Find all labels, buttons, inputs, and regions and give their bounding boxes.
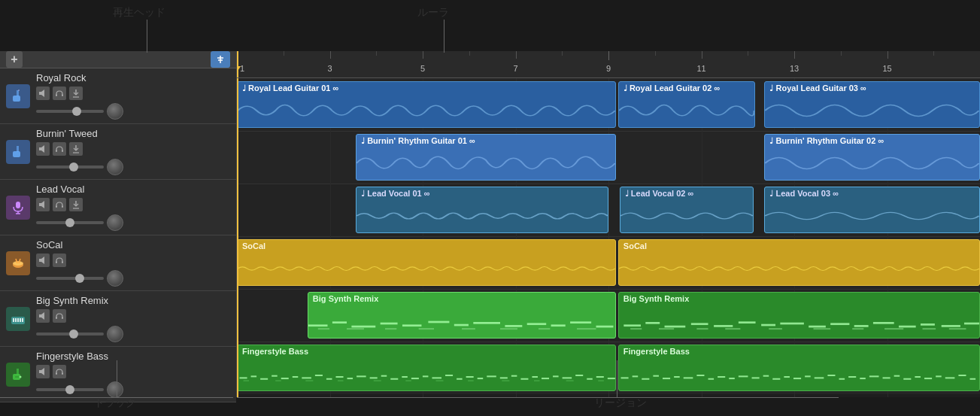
- volume-slider-royal-rock[interactable]: [36, 110, 104, 113]
- svg-rect-155: [684, 377, 693, 378]
- mute-button-socal[interactable]: [36, 254, 50, 267]
- track-item-royal-rock[interactable]: Royal Rock: [0, 68, 236, 124]
- region-fingerstyle-01[interactable]: Fingerstyle Bass: [237, 345, 616, 391]
- track-icon-drums: [6, 251, 30, 275]
- region-label: リージョン: [594, 396, 647, 410]
- track-item-lead-vocal[interactable]: Lead Vocal: [0, 180, 236, 235]
- svg-rect-23: [39, 203, 41, 206]
- track-bracket-h: [0, 397, 233, 398]
- playhead-timeline-line: [237, 78, 238, 397]
- pan-knob-royal-rock[interactable]: [107, 103, 123, 120]
- track-align-button[interactable]: [211, 51, 230, 68]
- svg-rect-17: [62, 150, 63, 152]
- svg-rect-13: [17, 146, 19, 152]
- volume-slider-socal[interactable]: [36, 277, 104, 280]
- region-lead-vocal-02[interactable]: ♩ Lead Vocal 02 ∞: [620, 187, 754, 233]
- region-burnin-rhythm-01[interactable]: ♩ Burnin' Rhythm Guitar 01 ∞: [356, 134, 616, 181]
- ruler[interactable]: 1 3 5 7 9 11 13 15: [237, 51, 980, 78]
- svg-rect-71: [418, 328, 433, 329]
- svg-rect-43: [39, 314, 41, 317]
- bottom-annotations: トラック リージョン: [0, 390, 980, 413]
- mute-button-lead-vocal[interactable]: [36, 198, 50, 211]
- mute-button-royal-rock[interactable]: [36, 87, 50, 100]
- download-button-burnin-tweed[interactable]: [69, 142, 83, 156]
- svg-rect-144: [468, 380, 474, 381]
- svg-rect-94: [696, 328, 708, 329]
- pan-knob-burnin-tweed[interactable]: [107, 159, 123, 175]
- svg-rect-8: [56, 94, 57, 96]
- pan-knob-big-synth[interactable]: [107, 326, 123, 342]
- svg-rect-106: [281, 378, 289, 379]
- speaker-icon3: [38, 200, 47, 209]
- volume-slider-area-lead-vocal: [36, 214, 230, 231]
- region-royal-lead-03[interactable]: ♩ Royal Lead Guitar 03 ∞: [764, 81, 980, 128]
- headphone-button-lead-vocal[interactable]: [53, 198, 66, 211]
- region-big-synth-01[interactable]: Big Synth Remix: [308, 292, 616, 339]
- track-controls-burnin-tweed: [36, 142, 230, 156]
- pan-knob-socal[interactable]: [107, 270, 123, 287]
- region-lead-vocal-03[interactable]: ♩ Lead Vocal 03 ∞: [764, 187, 980, 233]
- region-label-big-synth-01: Big Synth Remix: [313, 294, 378, 303]
- headphone-button-fingerstyle-bass[interactable]: [53, 365, 66, 378]
- svg-rect-68: [318, 328, 329, 329]
- svg-rect-159: [729, 378, 735, 379]
- pan-knob-lead-vocal[interactable]: [107, 214, 123, 231]
- track-item-burnin-tweed[interactable]: Burnin' Tweed: [0, 124, 236, 180]
- mute-button-burnin-tweed[interactable]: [36, 142, 50, 156]
- mute-button-big-synth[interactable]: [36, 309, 50, 323]
- align-icon: [215, 54, 226, 65]
- svg-rect-14: [39, 147, 41, 150]
- svg-rect-6: [39, 92, 41, 95]
- svg-rect-54: [62, 372, 63, 375]
- svg-rect-132: [563, 377, 572, 378]
- region-fingerstyle-02[interactable]: Fingerstyle Bass: [618, 345, 980, 391]
- region-royal-lead-02[interactable]: ♩ Royal Lead Guitar 02 ∞: [618, 81, 755, 128]
- region-burnin-rhythm-02[interactable]: ♩ Burnin' Rhythm Guitar 02 ∞: [764, 134, 980, 181]
- track-controls-socal: [36, 254, 230, 267]
- download-button-royal-rock[interactable]: [69, 87, 83, 100]
- volume-slider-lead-vocal[interactable]: [36, 221, 104, 224]
- headphone-button-royal-rock[interactable]: [53, 87, 66, 100]
- svg-rect-116: [390, 378, 398, 380]
- headphone-button-big-synth[interactable]: [53, 309, 66, 323]
- svg-rect-109: [315, 375, 323, 376]
- ruler-marks-container: 1 3 5 7 9 11 13 15: [237, 51, 980, 77]
- region-socal-02[interactable]: SoCal: [618, 239, 980, 286]
- region-lead-vocal-01[interactable]: ♩ Lead Vocal 01 ∞: [356, 187, 608, 233]
- headphone-button-socal[interactable]: [53, 254, 66, 267]
- svg-rect-65: [551, 324, 565, 326]
- track-item-big-synth-remix[interactable]: Big Synth Remix: [0, 291, 236, 347]
- svg-rect-85: [830, 323, 849, 325]
- region-label-socal-02: SoCal: [623, 241, 647, 251]
- region-label-burnin-02: ♩ Burnin' Rhythm Guitar 02 ∞: [769, 136, 884, 146]
- svg-rect-103: [251, 375, 257, 377]
- svg-rect-142: [405, 380, 411, 381]
- svg-rect-41: [20, 318, 21, 322]
- region-socal-01[interactable]: SoCal: [237, 239, 616, 286]
- svg-rect-124: [478, 378, 484, 379]
- track-item-socal[interactable]: SoCal: [0, 235, 236, 291]
- volume-slider-burnin-tweed[interactable]: [36, 165, 104, 169]
- svg-rect-147: [566, 380, 574, 381]
- ruler-tick-9: [608, 51, 609, 60]
- add-track-button[interactable]: +: [6, 51, 23, 68]
- download-button-lead-vocal[interactable]: [69, 198, 83, 211]
- track-name-big-synth-remix: Big Synth Remix: [36, 295, 230, 306]
- daw-main: +: [0, 51, 980, 397]
- svg-rect-177: [924, 378, 932, 379]
- region-big-synth-02[interactable]: Big Synth Remix: [618, 292, 980, 339]
- mute-button-fingerstyle-bass[interactable]: [36, 365, 50, 378]
- svg-rect-168: [827, 375, 835, 376]
- svg-marker-44: [41, 312, 44, 320]
- svg-rect-3: [13, 96, 20, 102]
- svg-rect-90: [942, 325, 960, 327]
- region-royal-lead-01[interactable]: ♩ Royal Lead Guitar 01 ∞: [237, 81, 616, 128]
- svg-rect-136: [608, 378, 615, 379]
- svg-rect-55: [308, 324, 328, 326]
- track-info-lead-vocal: Lead Vocal: [36, 184, 230, 231]
- headphone-button-burnin-tweed[interactable]: [53, 142, 66, 156]
- svg-rect-80: [714, 325, 733, 327]
- volume-slider-big-synth[interactable]: [36, 332, 104, 336]
- svg-rect-97: [813, 328, 830, 329]
- ruler-annotation-line: [444, 20, 444, 53]
